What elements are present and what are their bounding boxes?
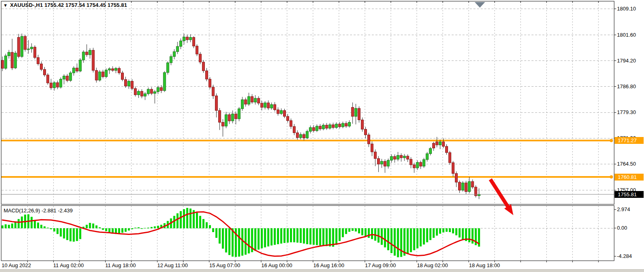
price-tick-label: 1786.80 — [617, 83, 636, 89]
symbol-ohlc-title: XAUUSD-,H1 1755.42 1757.54 1754.45 1755.… — [10, 2, 127, 8]
time-tick-label: 16 Aug 16:00 — [313, 262, 344, 268]
trading-chart-window: ▼ XAUUSD-,H1 1755.42 1757.54 1754.45 175… — [0, 0, 644, 272]
bottom-frame-strip — [0, 269, 644, 272]
macd-indicator-label: MACD(12,26,9) -2.881 -2.439 — [4, 208, 73, 214]
level-price-badge: 1760.81 — [615, 174, 644, 181]
macd-tick-label: 2.974 — [617, 206, 630, 212]
current-price-badge: 1755.81 — [615, 191, 644, 198]
macd-tick-label: 0.00 — [617, 225, 627, 231]
time-tick-label: 10 Aug 2022 — [2, 262, 31, 268]
price-tick-label: 1809.10 — [617, 6, 636, 12]
chart-canvas[interactable] — [0, 0, 644, 272]
macd-tick-label: -4.284 — [617, 253, 632, 259]
price-tick-label: 1764.50 — [617, 161, 636, 167]
price-tick-label: 1794.20 — [617, 58, 636, 64]
time-tick-label: 18 Aug 02:00 — [417, 262, 448, 268]
time-tick-label: 17 Aug 09:00 — [365, 262, 396, 268]
price-tick-label: 1779.30 — [617, 109, 636, 115]
chart-header: ▼ XAUUSD-,H1 1755.42 1757.54 1754.45 175… — [3, 2, 127, 8]
time-tick-label: 11 Aug 18:00 — [105, 262, 136, 268]
time-tick-label: 18 Aug 18:00 — [469, 262, 500, 268]
time-tick-label: 15 Aug 07:00 — [209, 262, 240, 268]
time-tick-label: 12 Aug 11:00 — [157, 262, 188, 268]
symbol-dropdown-icon: ▼ — [3, 2, 8, 8]
time-tick-label: 16 Aug 00:00 — [261, 262, 292, 268]
price-tick-label: 1801.60 — [617, 32, 636, 38]
level-price-badge: 1771.27 — [615, 137, 644, 144]
time-tick-label: 11 Aug 02:00 — [53, 262, 84, 268]
